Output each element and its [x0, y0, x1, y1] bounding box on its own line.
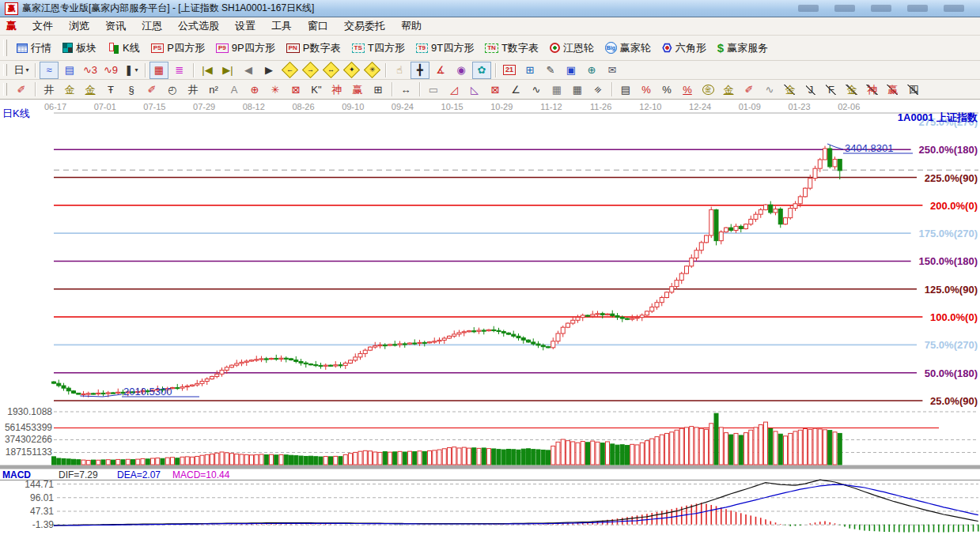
zoom-x-diamond-button[interactable]: ✦	[342, 62, 361, 79]
gann-marks-button[interactable]: ◉	[452, 62, 471, 79]
t-square-icon: TS	[352, 43, 365, 53]
wave-overlay-button[interactable]: ∿	[760, 81, 779, 98]
hexagon-button[interactable]: 六角形	[656, 39, 712, 58]
speed-pen-button[interactable]: ✐	[740, 81, 759, 98]
menu-item-formula-picker[interactable]: 公式选股	[170, 17, 227, 35]
crosshair-button[interactable]: ╋	[411, 62, 429, 79]
last-bar-button[interactable]: ▶|	[218, 62, 237, 79]
menu-item-tools[interactable]: 工具	[263, 17, 300, 35]
gann-box-button[interactable]: ▦	[149, 62, 168, 79]
red-pen-button[interactable]: ✐	[12, 81, 31, 98]
quotes-button[interactable]: 行情	[11, 39, 57, 58]
angle-measure-button[interactable]: ∡	[431, 62, 450, 79]
fan-lines-button[interactable]: ◿	[445, 81, 464, 98]
p-square-button[interactable]: PSP四方形	[146, 39, 210, 58]
wave-3-button[interactable]: ∿3	[81, 62, 100, 79]
pan-hand-button[interactable]: ☝	[390, 62, 409, 79]
price-fence-button[interactable]: 井	[40, 81, 59, 98]
t-square-button[interactable]: TST四方形	[346, 39, 411, 58]
percent-slash-button[interactable]: %	[637, 81, 656, 98]
smart-review-button[interactable]: ✿	[472, 62, 491, 79]
winner-service-button[interactable]: $赢家服务	[712, 39, 774, 58]
zoom-reset-diamond-button[interactable]: ✳	[362, 62, 381, 79]
shen-tool-button[interactable]: 神	[327, 81, 346, 98]
percent-slash-icon: %	[641, 85, 651, 95]
chip-distribution-button[interactable]: ≣	[170, 62, 189, 79]
t9-square-button[interactable]: T99T四方形	[411, 39, 480, 58]
menu-item-help[interactable]: 帮助	[393, 17, 429, 35]
pc-send-button[interactable]: ✉	[603, 62, 622, 79]
sectors-button[interactable]: 板块	[57, 39, 102, 58]
candle-style-button[interactable]: ❚▾	[122, 62, 141, 79]
gann-wheel-button[interactable]: 江恩轮	[544, 39, 600, 58]
zoom-in-diamond-button[interactable]: →	[301, 62, 320, 79]
svg-text:96.01: 96.01	[30, 492, 54, 503]
gold2-diagonal-button[interactable]: 金	[842, 81, 861, 98]
menu-item-settings[interactable]: 设置	[227, 17, 263, 35]
percent-button[interactable]: %	[657, 81, 676, 98]
chart-area[interactable]: 06-1707-0107-1507-2908-1208-2609-1009-24…	[0, 100, 980, 535]
fan-box-button[interactable]: ◺	[465, 81, 484, 98]
calendar-button[interactable]: 21	[500, 62, 519, 79]
h-span-button[interactable]: ↔	[396, 81, 415, 98]
save-image-button[interactable]: ▣	[562, 62, 581, 79]
memo-button[interactable]: ✎	[541, 62, 560, 79]
time-circle-button[interactable]: ◴	[163, 81, 182, 98]
menu-item-trade-order[interactable]: 交易委托	[336, 17, 393, 35]
menu-item-gann[interactable]: 江恩	[134, 17, 170, 35]
prev-bar-button[interactable]: ◀	[239, 62, 258, 79]
ray-grid-button[interactable]: ⊠	[286, 81, 305, 98]
square-nine-button[interactable]: ▦	[547, 81, 566, 98]
square-nine-arrow-button[interactable]: ▦	[568, 81, 587, 98]
j-diagonal-button[interactable]: J	[801, 81, 820, 98]
gold-grid-alt-button[interactable]: 金	[81, 81, 100, 98]
percent-level-button[interactable]: %	[678, 81, 697, 98]
wave-9-button[interactable]: ∿9	[101, 62, 120, 79]
menu-item-file[interactable]: 文件	[25, 17, 61, 35]
measure-pen-button[interactable]: ✐	[142, 81, 161, 98]
menu-item-window[interactable]: 窗口	[300, 17, 336, 35]
spiral-button[interactable]: §	[122, 81, 141, 98]
web-export-button[interactable]: ⊕	[582, 62, 601, 79]
kline-button[interactable]: K线	[102, 39, 146, 58]
gold-grid-button[interactable]: 金	[60, 81, 79, 98]
p-number-table-button[interactable]: PNP数字表	[281, 39, 346, 58]
gold-level-button[interactable]: 金	[719, 81, 738, 98]
gold-diagonal-button[interactable]: 金	[781, 81, 800, 98]
trend-lines-button[interactable]: ≈	[40, 62, 59, 79]
a-channel-button[interactable]: A	[225, 81, 244, 98]
gann-target-button[interactable]: ⊕	[245, 81, 264, 98]
menu-item-news[interactable]: 资讯	[97, 17, 134, 35]
time-fence-button[interactable]: 井	[184, 81, 202, 98]
k-mark-button[interactable]: K"	[307, 81, 326, 98]
x-lines-button[interactable]: ⊠	[486, 81, 505, 98]
report-list-button[interactable]: ▤	[60, 62, 79, 79]
f-diagonal-button[interactable]: F	[822, 81, 841, 98]
zoom-fit-diamond-button[interactable]: ↔	[321, 62, 340, 79]
retrace-table-button[interactable]: ▤	[616, 81, 635, 98]
kline-chart-svg[interactable]: 06-1707-0107-1507-2908-1208-2609-1009-24…	[0, 100, 980, 535]
menu-item-browse[interactable]: 浏览	[61, 17, 97, 35]
p9-square-button[interactable]: P99P四方形	[210, 39, 281, 58]
t-number-table-button[interactable]: TNT数字表	[479, 39, 544, 58]
zoom-out-diamond-button[interactable]: ←	[280, 62, 299, 79]
four-diagonal-button[interactable]: 四	[904, 81, 923, 98]
shen-diagonal-button[interactable]: 神	[863, 81, 882, 98]
p-square-icon: PS	[151, 43, 165, 53]
winner-wheel-button[interactable]: Big赢家轮	[600, 39, 656, 58]
zigzag-tool-button[interactable]: ∿	[527, 81, 546, 98]
period-day-button[interactable]: 日▾	[12, 62, 31, 79]
calculator-button[interactable]: ⊞	[520, 62, 539, 79]
f-fence-button[interactable]: Ŧ	[101, 81, 120, 98]
rect-tool-button[interactable]: ▭	[424, 81, 443, 98]
next-bar-button[interactable]: ▶	[259, 62, 278, 79]
n-square-button[interactable]: n²	[204, 81, 223, 98]
ying-diagonal-button[interactable]: 赢	[884, 81, 902, 98]
parallel-lines-button[interactable]: ≡	[588, 81, 607, 98]
ray-burst-button[interactable]: ✳	[266, 81, 285, 98]
first-bar-button[interactable]: |◀	[198, 62, 217, 79]
gold-circle-button[interactable]: 金	[698, 81, 717, 98]
number-grid-button[interactable]: ⊞	[369, 81, 388, 98]
ying-tool-button[interactable]: 赢	[348, 81, 367, 98]
angle-line-button[interactable]: ∠	[506, 81, 525, 98]
